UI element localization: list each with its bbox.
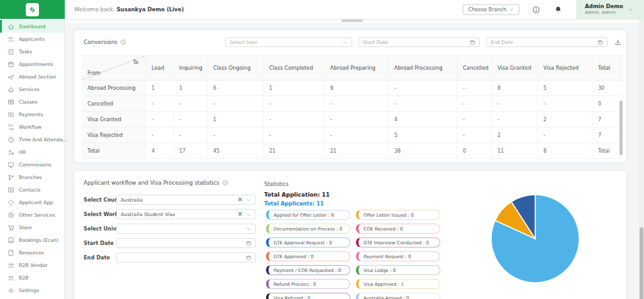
sidebar-item-other-services[interactable]: Other Services <box>0 209 64 221</box>
sidebar-item-label: Tasks <box>19 49 32 55</box>
stat-pill-gte-approved[interactable]: GTE Approved : 0 <box>266 251 350 261</box>
sidebar-item-dashboard[interactable]: Dashboard <box>0 20 64 33</box>
choose-branch-button[interactable]: Choose Branch <box>463 4 519 15</box>
stat-pill-australia-arrived[interactable]: Australia Arrived : 0 <box>356 293 440 299</box>
chevron-down-icon <box>509 8 514 12</box>
stat-pill-visa-refused[interactable]: Visa Refused : 0 <box>266 293 350 299</box>
stat-pill-visa-approved[interactable]: Visa Approved : 1 <box>356 279 440 289</box>
table-cell: - <box>538 96 592 111</box>
admin-role: Admin, Admin <box>585 10 623 16</box>
table-cell: - <box>492 112 538 127</box>
stat-pill-label: Payment Request : 0 <box>364 254 411 259</box>
table-cell: - <box>146 96 174 111</box>
info-icon[interactable] <box>120 39 126 45</box>
dome-icon <box>8 86 14 93</box>
clear-icon[interactable]: × <box>238 197 243 203</box>
sidebar-item-label: Services <box>19 87 40 92</box>
bell-icon[interactable] <box>554 6 562 14</box>
field-value: Australia <box>121 197 235 203</box>
table-cell: 5 <box>389 128 457 143</box>
date-input-start-date[interactable] <box>116 238 256 248</box>
chevron-down-icon <box>628 8 633 12</box>
download-button[interactable] <box>613 37 623 47</box>
stat-pill-payment-request[interactable]: Payment Request : 0 <box>356 251 440 261</box>
sidebar-item-contacts[interactable]: Contacts <box>0 183 64 196</box>
column-header-visa-rejected: Visa Rejected <box>538 56 592 80</box>
select-user-dropdown[interactable]: Select User <box>225 37 352 47</box>
table-corner-cell: FromTo <box>82 56 146 80</box>
sidebar-item-applicant-app[interactable]: Applicant App <box>0 196 64 209</box>
chevron-down-icon[interactable] <box>246 212 252 217</box>
calendar-icon[interactable] <box>246 255 252 261</box>
chevron-down-icon[interactable] <box>246 226 252 232</box>
calendar-icon[interactable] <box>597 40 603 45</box>
stat-pill-offer-letter-issued[interactable]: Offer Letter Issued : 0 <box>356 210 440 220</box>
end-date-input[interactable]: End Date <box>486 37 608 47</box>
stat-pill-gte-approval-request[interactable]: GTE Approval Request : 0 <box>266 237 350 247</box>
welcome-text: Welcome back, Susankya Demo (Live) <box>74 0 184 19</box>
table-cell: - <box>325 96 389 111</box>
date-input-end-date[interactable] <box>116 253 256 263</box>
stat-pill-refund-process[interactable]: Refund Process : 0 <box>266 279 350 289</box>
sidebar-item-applicants[interactable]: Applicants <box>0 33 64 45</box>
sidebar-item-branches[interactable]: Branches <box>0 171 64 183</box>
sidebar-nav: DashboardApplicantsTasksAppointmentsAbro… <box>0 19 65 299</box>
select-input-select-country[interactable]: Australia× <box>116 195 256 205</box>
sidebar-item-label: Applicants <box>19 36 45 42</box>
column-header-abroad-processing: Abroad Processing <box>389 56 457 80</box>
sidebar-item-b2b-vendor[interactable]: B2B Vendor <box>0 259 64 271</box>
table-cell: - <box>389 80 457 95</box>
column-header-class-completed: Class Completed <box>264 56 325 80</box>
sidebar-item-bookings-ecan[interactable]: Bookings (Ecan) <box>0 234 64 246</box>
brand-logo-icon[interactable] <box>26 3 39 16</box>
classes-icon <box>8 99 14 106</box>
total-applicants-link[interactable]: Total Applicants: 11 <box>264 200 324 207</box>
chevron-down-icon[interactable] <box>246 197 252 203</box>
sidebar-item-tasks[interactable]: Tasks <box>0 45 64 58</box>
sidebar-item-label: Contacts <box>19 187 40 193</box>
row-label: Total <box>82 143 146 158</box>
sidebar-item-payments[interactable]: Payments <box>0 108 64 121</box>
stat-pill-documentation-on-process[interactable]: Documentation on Process : 0 <box>266 224 350 234</box>
table-scrollbar-thumb[interactable] <box>619 101 623 155</box>
stat-pill-coe-received[interactable]: COE Received : 0 <box>356 224 440 234</box>
start-date-input[interactable]: Start Date <box>358 37 480 47</box>
column-header-visa-granted: Visa Granted <box>492 56 538 80</box>
sidebar-item-hr[interactable]: HR <box>0 146 64 158</box>
sidebar-item-b2b[interactable]: B2B <box>0 271 64 284</box>
select-input-select-workflow[interactable]: Australia Student Visa× <box>116 209 256 219</box>
sidebar-item-appointments[interactable]: Appointments <box>0 58 64 70</box>
clear-icon[interactable]: × <box>238 211 243 217</box>
stat-pill-payment-coe-requested[interactable]: Payment / COE Requested : 0 <box>266 265 350 275</box>
admin-profile-menu[interactable]: Admin Demo Admin, Admin <box>576 0 644 19</box>
page-scrollbar-thumb[interactable] <box>640 227 643 299</box>
table-cell: - <box>457 80 492 95</box>
select-input-select-university[interactable] <box>116 224 256 234</box>
sidebar-item-store[interactable]: Store <box>0 221 64 234</box>
sidebar-item-time-and-attenda[interactable]: Time And Attenda... <box>0 133 64 146</box>
stat-pill-visa-lodge[interactable]: Visa Lodge : 0 <box>356 265 440 275</box>
info-icon[interactable] <box>222 180 228 186</box>
sidebar-item-abroad-section[interactable]: Abroad Section <box>0 70 64 83</box>
sidebar-item-label: Abroad Section <box>19 74 56 80</box>
sidebar-item-commissions[interactable]: Commissions <box>0 158 64 171</box>
field-label-end-date: End Date <box>84 253 110 263</box>
calendar-icon[interactable] <box>470 40 475 45</box>
sidebar-item-workflow[interactable]: Workflow <box>0 121 64 133</box>
sidebar-item-settings[interactable]: Settings <box>0 284 64 296</box>
table-cell: 0 <box>457 143 492 158</box>
stat-pill-gte-interview-conducted[interactable]: GTE Interview Conducted : 0 <box>356 237 440 247</box>
column-header-class-ongoing: Class Ongoing <box>208 56 264 80</box>
clock-icon <box>8 136 14 143</box>
table-cell: 1 <box>174 80 208 95</box>
stat-pill-applied-for-offer-letter[interactable]: Applied for Offer Letter : 9 <box>266 210 350 220</box>
info-icon[interactable] <box>532 6 540 14</box>
sidebar-item-services[interactable]: Services <box>0 83 64 95</box>
sidebar-item-classes[interactable]: Classes <box>0 95 64 108</box>
horizontal-scrollbar-thumb[interactable] <box>341 19 363 22</box>
calendar-icon[interactable] <box>246 241 252 246</box>
diamond-icon <box>8 199 14 206</box>
table-cell: 38 <box>389 143 457 158</box>
sidebar-item-resources[interactable]: Resources <box>0 246 64 259</box>
conversions-table: FromToLeadInquiringClass OngoingClass Co… <box>82 55 623 159</box>
